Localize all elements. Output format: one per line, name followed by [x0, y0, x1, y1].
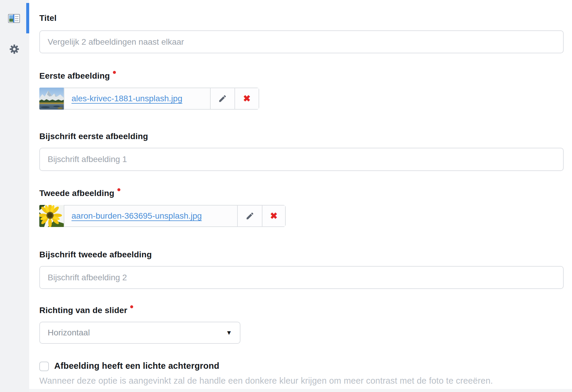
first-image-filename-link[interactable]: ales-krivec-1881-unsplash.jpg [72, 94, 182, 103]
second-caption-input[interactable] [39, 266, 564, 289]
title-input[interactable] [39, 30, 564, 53]
second-image-filename-link[interactable]: aaron-burden-363695-unsplash.jpg [72, 211, 202, 221]
second-image-filename-cell: aaron-burden-363695-unsplash.jpg [64, 206, 237, 226]
gear-icon [9, 44, 19, 54]
second-image-label-text: Tweede afbeelding [39, 189, 114, 198]
slider-direction-label: Richting van de slider [39, 305, 133, 315]
sunflower-thumbnail-image [39, 205, 64, 227]
slider-direction-label-text: Richting van de slider [39, 306, 127, 315]
pencil-icon [218, 94, 227, 103]
second-image-remove-button[interactable]: ✖ [262, 206, 285, 226]
required-marker [113, 71, 116, 74]
first-caption-label-text: Bijschrift eerste afbeelding [39, 132, 148, 141]
active-widget-indicator [26, 3, 29, 33]
first-image-thumbnail [39, 88, 64, 110]
image-compare-icon [8, 14, 20, 23]
required-marker [117, 188, 120, 191]
slider-direction-select[interactable]: Horizontaal ▼ [39, 322, 240, 344]
mountain-lake-thumbnail-image [39, 88, 64, 110]
widget-edit-form: Titel Eerste afbeelding [0, 0, 572, 392]
second-caption-label-text: Bijschrift tweede afbeelding [39, 250, 152, 259]
title-label-text: Titel [39, 13, 57, 23]
image-compare-icon-divider [13, 15, 14, 22]
pencil-icon [245, 211, 254, 220]
image-compare-icon-lines [15, 16, 18, 21]
second-image-label: Tweede afbeelding [39, 188, 120, 198]
title-label: Titel [39, 13, 57, 23]
next-section-divider [29, 389, 572, 392]
first-image-remove-button[interactable]: ✖ [234, 88, 259, 109]
first-caption-input[interactable] [39, 148, 564, 171]
light-background-label: Afbeelding heeft een lichte achtergrond [54, 361, 219, 371]
light-background-label-text: Afbeelding heeft een lichte achtergrond [54, 361, 219, 371]
required-marker [130, 305, 133, 308]
first-image-filename-cell: ales-krivec-1881-unsplash.jpg [64, 88, 210, 109]
second-image-edit-button[interactable] [237, 206, 262, 226]
first-image-chip: ales-krivec-1881-unsplash.jpg ✖ [39, 88, 259, 110]
first-image-label-text: Eerste afbeelding [39, 71, 110, 80]
sidebar-item-settings[interactable] [9, 44, 19, 54]
light-background-checkbox[interactable] [39, 362, 49, 371]
light-background-help-text: Wanneer deze optie is aangevinkt zal de … [39, 376, 493, 386]
second-image-thumbnail [39, 205, 64, 227]
slider-direction-value: Horizontaal [48, 328, 90, 337]
first-caption-label: Bijschrift eerste afbeelding [39, 131, 148, 141]
image-compare-icon-photo [9, 15, 13, 22]
x-icon: ✖ [243, 94, 251, 103]
second-image-chip: aaron-burden-363695-unsplash.jpg ✖ [39, 205, 286, 227]
second-caption-label: Bijschrift tweede afbeelding [39, 250, 152, 260]
second-image-chip-box: aaron-burden-363695-unsplash.jpg ✖ [64, 205, 286, 227]
first-image-edit-button[interactable] [210, 88, 234, 109]
sidebar-item-image-compare-widget[interactable] [8, 14, 20, 23]
x-icon: ✖ [270, 211, 277, 220]
caret-down-icon: ▼ [226, 329, 232, 336]
first-image-chip-box: ales-krivec-1881-unsplash.jpg ✖ [64, 88, 259, 110]
sidebar [0, 0, 29, 392]
first-image-label: Eerste afbeelding [39, 71, 116, 81]
